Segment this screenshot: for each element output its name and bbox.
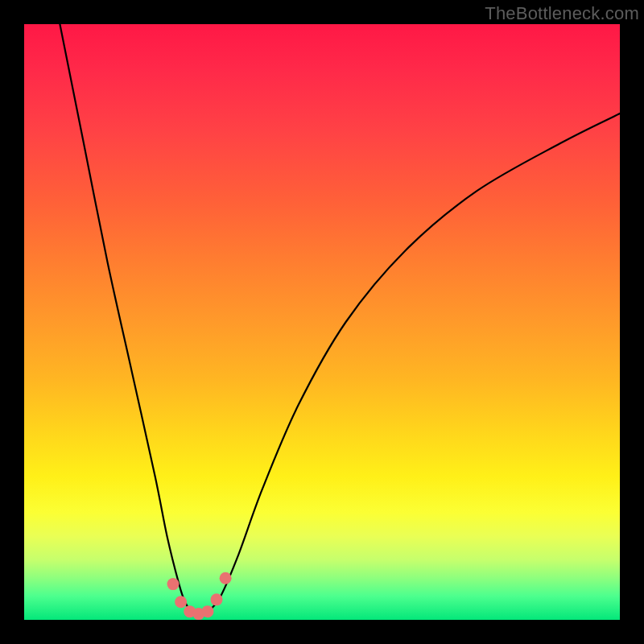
curve-marker [167,578,180,590]
curve-marker [220,572,232,584]
bottleneck-curve [60,24,620,614]
chart-frame [24,24,620,620]
curve-marker [175,596,187,608]
curve-markers [167,572,232,620]
chart-svg [24,24,620,620]
watermark-text: TheBottleneck.com [485,3,639,24]
curve-marker [201,605,213,617]
curve-marker [211,593,223,605]
